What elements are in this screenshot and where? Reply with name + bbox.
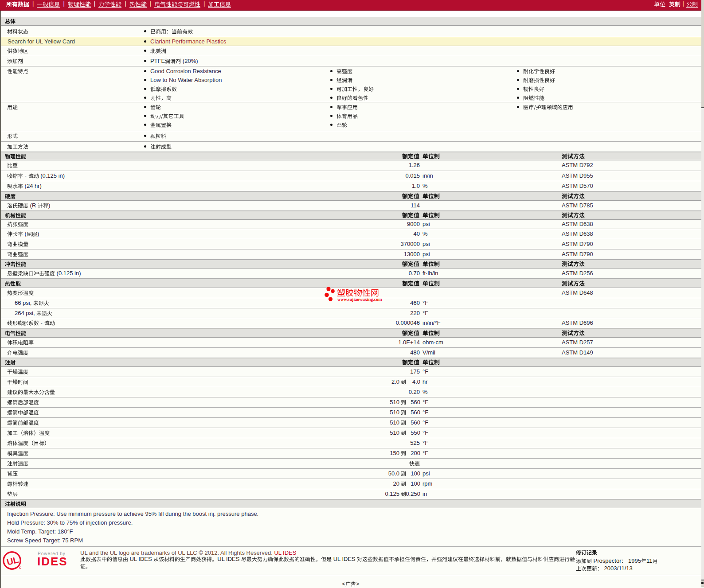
svg-text:UL: UL [6,555,20,567]
